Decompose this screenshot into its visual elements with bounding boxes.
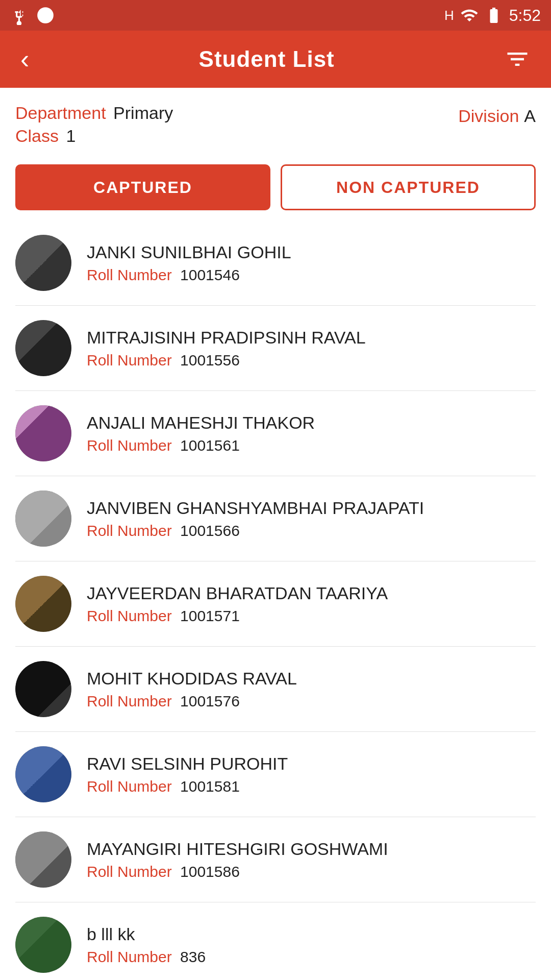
roll-label: Roll Number bbox=[87, 437, 172, 454]
roll-number: 1001546 bbox=[180, 266, 240, 283]
non-captured-tab[interactable]: NON CAPTURED bbox=[281, 164, 536, 210]
status-bar-left-icons bbox=[10, 6, 55, 25]
student-info: ANJALI MAHESHJI THAKOR Roll Number 10015… bbox=[87, 413, 315, 454]
student-name: b lll kk bbox=[87, 924, 206, 944]
usb-icon bbox=[10, 6, 30, 25]
filter-info-row: Department Primary Class 1 Division A bbox=[15, 103, 536, 149]
roll-row: Roll Number 836 bbox=[87, 948, 206, 966]
student-info: MAYANGIRI HITESHGIRI GOSHWAMI Roll Numbe… bbox=[87, 839, 388, 880]
captured-tab[interactable]: CAPTURED bbox=[15, 164, 270, 210]
avatar bbox=[15, 405, 71, 461]
roll-number: 836 bbox=[180, 948, 206, 965]
page-title: Student List bbox=[199, 46, 335, 72]
list-item[interactable]: JAYVEERDAN BHARATDAN TAARIYA Roll Number… bbox=[15, 561, 536, 647]
student-info: b lll kk Roll Number 836 bbox=[87, 924, 206, 966]
list-item[interactable]: ANJALI MAHESHJI THAKOR Roll Number 10015… bbox=[15, 391, 536, 476]
list-item[interactable]: MAYANGIRI HITESHGIRI GOSHWAMI Roll Numbe… bbox=[15, 817, 536, 902]
status-bar: H 5:52 bbox=[0, 0, 551, 31]
roll-number: 1001556 bbox=[180, 352, 240, 369]
network-type-label: H bbox=[444, 8, 454, 23]
roll-row: Roll Number 1001566 bbox=[87, 522, 424, 540]
roll-label: Roll Number bbox=[87, 266, 172, 283]
roll-row: Roll Number 1001581 bbox=[87, 778, 288, 795]
status-bar-right-icons: H 5:52 bbox=[444, 6, 541, 25]
svg-point-0 bbox=[37, 7, 54, 23]
list-item[interactable]: JANKI SUNILBHAI GOHIL Roll Number 100154… bbox=[15, 220, 536, 306]
circle-indicator-icon bbox=[36, 6, 55, 25]
class-value: 1 bbox=[66, 126, 76, 145]
class-label: Class bbox=[15, 126, 59, 145]
division-value: A bbox=[524, 106, 536, 126]
student-name: RAVI SELSINH PUROHIT bbox=[87, 754, 288, 774]
roll-row: Roll Number 1001546 bbox=[87, 266, 291, 284]
student-info: MOHIT KHODIDAS RAVAL Roll Number 1001576 bbox=[87, 669, 297, 710]
tab-row: CAPTURED NON CAPTURED bbox=[15, 164, 536, 210]
roll-label: Roll Number bbox=[87, 948, 172, 965]
avatar bbox=[15, 917, 71, 973]
student-name: JANVIBEN GHANSHYAMBHAI PRAJAPATI bbox=[87, 498, 424, 518]
list-item[interactable]: JANVIBEN GHANSHYAMBHAI PRAJAPATI Roll Nu… bbox=[15, 476, 536, 561]
department-line: Department Primary bbox=[15, 103, 173, 123]
roll-row: Roll Number 1001571 bbox=[87, 607, 388, 625]
student-name: MITRAJISINH PRADIPSINH RAVAL bbox=[87, 328, 366, 348]
avatar bbox=[15, 831, 71, 888]
dept-class-info: Department Primary Class 1 bbox=[15, 103, 173, 149]
back-arrow-icon: ‹ bbox=[20, 46, 29, 72]
list-item[interactable]: MITRAJISINH PRADIPSINH RAVAL Roll Number… bbox=[15, 306, 536, 391]
division-label: Division bbox=[458, 106, 519, 126]
student-name: JANKI SUNILBHAI GOHIL bbox=[87, 242, 291, 262]
student-info: JANVIBEN GHANSHYAMBHAI PRAJAPATI Roll Nu… bbox=[87, 498, 424, 540]
department-value: Primary bbox=[113, 103, 173, 122]
class-line: Class 1 bbox=[15, 126, 173, 146]
roll-row: Roll Number 1001586 bbox=[87, 863, 388, 880]
roll-number: 1001571 bbox=[180, 607, 240, 624]
student-info: JANKI SUNILBHAI GOHIL Roll Number 100154… bbox=[87, 242, 291, 284]
avatar bbox=[15, 235, 71, 291]
filter-button[interactable] bbox=[499, 41, 536, 78]
roll-label: Roll Number bbox=[87, 607, 172, 624]
roll-number: 1001581 bbox=[180, 778, 240, 795]
time-display: 5:52 bbox=[509, 6, 541, 25]
avatar bbox=[15, 661, 71, 717]
student-info: JAYVEERDAN BHARATDAN TAARIYA Roll Number… bbox=[87, 583, 388, 625]
roll-number: 1001586 bbox=[180, 863, 240, 880]
student-name: MOHIT KHODIDAS RAVAL bbox=[87, 669, 297, 689]
roll-number: 1001566 bbox=[180, 522, 240, 539]
list-item[interactable]: MOHIT KHODIDAS RAVAL Roll Number 1001576 bbox=[15, 647, 536, 732]
avatar bbox=[15, 746, 71, 802]
content-area: Department Primary Class 1 Division A CA… bbox=[0, 88, 551, 980]
roll-row: Roll Number 1001561 bbox=[87, 437, 315, 454]
roll-number: 1001561 bbox=[180, 437, 240, 454]
avatar bbox=[15, 491, 71, 547]
student-name: MAYANGIRI HITESHGIRI GOSHWAMI bbox=[87, 839, 388, 859]
division-info: Division A bbox=[458, 106, 536, 126]
department-label: Department bbox=[15, 103, 106, 122]
roll-label: Roll Number bbox=[87, 863, 172, 880]
student-list: JANKI SUNILBHAI GOHIL Roll Number 100154… bbox=[15, 220, 536, 980]
avatar bbox=[15, 320, 71, 376]
roll-label: Roll Number bbox=[87, 352, 172, 369]
roll-label: Roll Number bbox=[87, 522, 172, 539]
student-name: JAYVEERDAN BHARATDAN TAARIYA bbox=[87, 583, 388, 603]
avatar bbox=[15, 576, 71, 632]
roll-row: Roll Number 1001576 bbox=[87, 693, 297, 710]
roll-row: Roll Number 1001556 bbox=[87, 352, 366, 369]
student-info: MITRAJISINH PRADIPSINH RAVAL Roll Number… bbox=[87, 328, 366, 369]
roll-label: Roll Number bbox=[87, 693, 172, 709]
battery-icon bbox=[485, 6, 503, 24]
roll-number: 1001576 bbox=[180, 693, 240, 709]
list-item[interactable]: RAVI SELSINH PUROHIT Roll Number 1001581 bbox=[15, 732, 536, 817]
filter-icon bbox=[504, 46, 531, 72]
list-item[interactable]: b lll kk Roll Number 836 bbox=[15, 902, 536, 980]
student-name: ANJALI MAHESHJI THAKOR bbox=[87, 413, 315, 433]
app-bar: ‹ Student List bbox=[0, 31, 551, 88]
student-info: RAVI SELSINH PUROHIT Roll Number 1001581 bbox=[87, 754, 288, 795]
back-button[interactable]: ‹ bbox=[15, 41, 34, 78]
signal-icon bbox=[460, 6, 479, 24]
roll-label: Roll Number bbox=[87, 778, 172, 795]
